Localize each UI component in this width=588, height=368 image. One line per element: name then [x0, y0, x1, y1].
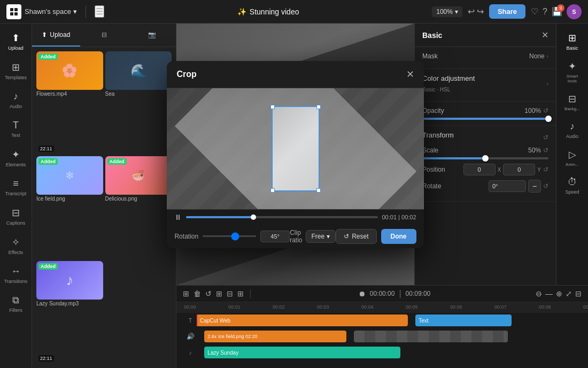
- track-clip-video[interactable]: [354, 331, 507, 342]
- sidebar-item-audio[interactable]: ♪ Audio: [2, 87, 30, 113]
- list-item[interactable]: 🍜 Added Delicious.png: [105, 156, 172, 259]
- timeline-settings-button[interactable]: ⊟: [575, 289, 582, 298]
- opacity-slider-fill: [422, 118, 548, 120]
- mask-row[interactable]: Mask None ›: [422, 52, 548, 60]
- sidebar-item-basic[interactable]: ⊞ Basic: [559, 28, 586, 55]
- opacity-reset-icon[interactable]: ↺: [543, 107, 548, 114]
- share-button[interactable]: Share: [489, 4, 525, 19]
- sidebar-item-audio-tab[interactable]: ♪ Audio: [559, 117, 586, 143]
- done-button[interactable]: Done: [381, 229, 416, 244]
- sidebar-item-speed[interactable]: ⏱ Speed: [559, 172, 586, 199]
- redo-button[interactable]: ↪: [477, 6, 484, 17]
- rotation-control: Rotation 45°: [174, 231, 290, 242]
- scale-slider-track[interactable]: [422, 157, 548, 159]
- project-title[interactable]: Stunning video: [250, 7, 299, 16]
- timeline-delete-button[interactable]: 🗑: [194, 289, 201, 298]
- position-y-input[interactable]: 0: [503, 164, 535, 175]
- sidebar-item-transcript[interactable]: ≡ Transcript: [2, 174, 30, 201]
- opacity-slider-track[interactable]: [422, 118, 548, 120]
- media-tab-device[interactable]: ⊟: [80, 24, 128, 47]
- track-clip-lazy-sunday[interactable]: Lazy Sunday: [204, 347, 400, 358]
- crop-handle-bl[interactable]: [270, 188, 275, 193]
- list-item[interactable]: ❄ Added Ice field.png: [36, 156, 103, 259]
- app-logo[interactable]: [6, 4, 21, 19]
- user-avatar[interactable]: S: [567, 4, 582, 19]
- opacity-section: Opacity 100% ↺: [415, 102, 556, 126]
- timeline-separator: [250, 289, 251, 298]
- sidebar-item-text[interactable]: T Text: [2, 116, 30, 142]
- track-clip-ice-field[interactable]: 2.6x Ice field.png 02:20: [204, 331, 346, 342]
- crop-handle-tl[interactable]: [270, 105, 275, 109]
- svg-rect-3: [14, 12, 18, 16]
- color-adjustment-labels: Color adjustment Basic · HSL: [422, 74, 475, 93]
- crop-play-button[interactable]: ⏸: [174, 213, 182, 221]
- heart-button[interactable]: ♡: [531, 6, 538, 17]
- sidebar-item-smart-tools[interactable]: ✦ Smart tools: [559, 56, 586, 88]
- save-button[interactable]: 💾 9: [552, 6, 562, 17]
- rotation-slider[interactable]: [203, 235, 256, 237]
- properties-close-button[interactable]: ✕: [541, 30, 548, 40]
- track-content-audio: Lazy Sunday: [197, 347, 581, 358]
- crop-time-thumb[interactable]: [251, 214, 256, 220]
- volume-icon[interactable]: 🔊: [187, 333, 195, 340]
- crop-canvas[interactable]: [167, 88, 423, 209]
- sidebar-item-captions[interactable]: ⊟ Captions: [2, 203, 30, 230]
- list-item[interactable]: 🌊 Sea: [105, 51, 172, 154]
- timeline-zoom-bar[interactable]: —: [545, 289, 553, 298]
- sidebar-item-filters[interactable]: ⧉ Filters: [2, 290, 30, 317]
- rotate-input[interactable]: 0°: [489, 180, 526, 192]
- timeline-undo-button[interactable]: ↺: [205, 289, 212, 298]
- timeline-more-button[interactable]: ⊞: [237, 289, 244, 298]
- position-reset-icon[interactable]: ↺: [543, 166, 548, 173]
- sidebar-item-elements[interactable]: ✦ Elements: [2, 144, 30, 172]
- sidebar-item-templates[interactable]: ⊞ Templates: [2, 57, 30, 85]
- timeline-zoom-out-button[interactable]: ⊖: [536, 289, 542, 298]
- crop-selection-box[interactable]: [272, 106, 320, 191]
- rotation-input[interactable]: 45°: [260, 231, 290, 242]
- timeline-zoom-in-button[interactable]: ⊕: [556, 289, 562, 298]
- scale-reset-icon[interactable]: ↺: [543, 147, 548, 154]
- track-clip-capcut[interactable]: CapCut Web: [197, 315, 408, 326]
- rotate-reset-icon[interactable]: ↺: [543, 182, 548, 190]
- audio-tab-label: Audio: [566, 134, 578, 139]
- svg-rect-0: [10, 8, 13, 11]
- workspace-name[interactable]: Shawn's space ▾: [25, 7, 77, 16]
- crop-handle-br[interactable]: [316, 188, 321, 193]
- crop-close-button[interactable]: ✕: [406, 68, 414, 80]
- scale-slider-thumb[interactable]: [482, 155, 489, 162]
- clip-ratio-select[interactable]: Free ▾: [306, 230, 336, 243]
- timeline-crop-button[interactable]: ⊞: [216, 289, 222, 298]
- sidebar-item-upload[interactable]: ⬆ Upload: [2, 28, 30, 55]
- list-item[interactable]: ♪ Added 22:11 Lazy Sunday.mp3: [36, 261, 103, 364]
- crop-handle-tr[interactable]: [316, 105, 321, 109]
- rotate-controls: 0° − ↺: [489, 180, 548, 193]
- undo-button[interactable]: ↩: [468, 6, 475, 17]
- sidebar-item-animate[interactable]: ▷ Anim...: [559, 144, 586, 171]
- track-clip-text[interactable]: Text: [415, 315, 512, 326]
- speed-label: Speed: [565, 189, 579, 195]
- media-tab-camera[interactable]: 📷: [128, 24, 176, 47]
- time-total: 00:09:00: [406, 290, 431, 297]
- rotate-minus-button[interactable]: −: [528, 180, 541, 193]
- list-view-button[interactable]: ☰: [95, 5, 104, 18]
- clip-speed: 2.6x: [207, 334, 216, 339]
- sidebar-item-transitions[interactable]: ↔ Transitions: [2, 262, 30, 288]
- timeline-expand-button[interactable]: ⤢: [566, 289, 572, 298]
- ruler-mark-7: 00:07: [494, 304, 507, 310]
- sidebar-label-upload: Upload: [8, 45, 24, 51]
- list-item[interactable]: 🌸 Added 22:11 Flowers.mp4: [36, 51, 103, 154]
- opacity-slider-thumb[interactable]: [545, 116, 552, 122]
- media-tab-upload[interactable]: ⬆ Upload: [32, 24, 80, 47]
- crop-time-track[interactable]: [186, 216, 377, 218]
- crop-time-current: 00:01: [382, 214, 397, 220]
- transform-reset-icon[interactable]: ↺: [543, 134, 548, 141]
- zoom-control[interactable]: 100% ▾: [432, 6, 462, 17]
- timeline-split-button[interactable]: ⊞: [183, 289, 189, 298]
- reset-button[interactable]: ↺ Reset: [336, 229, 376, 244]
- sidebar-item-effects[interactable]: ✧ Effects: [2, 232, 30, 259]
- timeline-scale-button[interactable]: ⊟: [227, 289, 233, 298]
- sidebar-item-background[interactable]: ⊟ Backg...: [559, 89, 586, 116]
- color-adjustment-row[interactable]: Color adjustment Basic · HSL ›: [422, 74, 548, 93]
- position-x-input[interactable]: 0: [463, 164, 496, 175]
- help-button[interactable]: ?: [543, 7, 547, 17]
